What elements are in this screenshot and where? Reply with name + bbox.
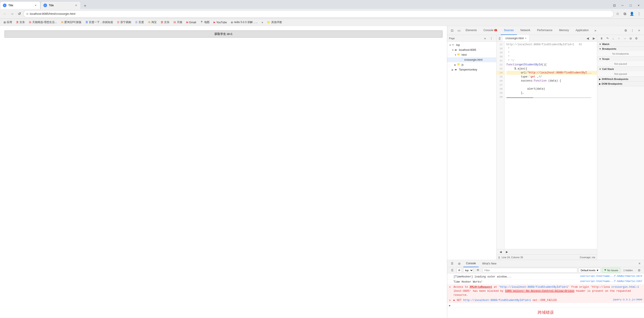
get-student-button[interactable]: 获取学生 id=1 [4, 31, 442, 38]
new-tab-button[interactable]: + [82, 3, 88, 9]
maximize-button[interactable]: □ [627, 2, 634, 9]
console-tab-whatsnew[interactable]: What's New [480, 260, 499, 267]
bookmark-tmall[interactable]: 猫 天猫精选-理想生活... [27, 20, 59, 25]
deactivate-breakpoints-button[interactable]: ⊘ [628, 36, 633, 41]
menu-button[interactable]: ⋮ [636, 11, 642, 17]
bookmark-more[interactable]: » [260, 20, 265, 25]
expand-icon-console[interactable]: ▶ [449, 304, 452, 307]
browser-tab-1[interactable]: ⊙ Title × [0, 1, 40, 9]
bookmark-taobao[interactable]: 淘 淘宝 [146, 20, 158, 25]
file-tree-menu-button[interactable]: ⋮ [488, 35, 494, 42]
format-button-sm[interactable]: {} [498, 256, 500, 259]
step-into-button[interactable]: ↓ [611, 36, 616, 41]
console-sidebar-btn[interactable]: ☰ [449, 260, 455, 267]
msg2-source-link[interactable]: userscript.html?name...f-50dbc739a71e:23… [580, 280, 642, 283]
more-tabs-button[interactable]: » [592, 27, 598, 34]
forward-button[interactable]: → [9, 11, 15, 17]
msg1-source-link[interactable]: userscript.html?name...f-50dbc739a71e:28… [580, 275, 642, 277]
step-over-button[interactable]: ↷ [605, 36, 610, 41]
msg4-link[interactable]: jquery-3.3.1.js:9600 [611, 298, 642, 301]
debug-section-callstack-header[interactable]: ▼ Call Stack [597, 67, 644, 71]
console-context-select[interactable]: top [463, 268, 474, 273]
devtools-more-button[interactable]: ⋮ [629, 27, 636, 34]
tab-close-2[interactable]: × [74, 4, 78, 7]
msg3-url-link[interactable]: http://localhost:8080/findStudentById?id… [500, 285, 568, 289]
address-bar[interactable]: ⊙ localhost:8085/html/crossorgin.html [23, 10, 614, 18]
bookmark-tianmao[interactable]: 猫 天猫 [172, 20, 184, 25]
msg4-source-link[interactable]: jquery-3.3.1.js:9600 [613, 298, 642, 301]
no-issues-badge[interactable]: ⚑ No Issues [602, 268, 620, 273]
file-tree-header: Page » ⋮ [447, 35, 496, 42]
bookmark-gmail[interactable]: M Gmail [184, 20, 198, 25]
cast-icon[interactable]: ⊡ [611, 2, 618, 9]
devtools-settings-button[interactable]: ⚙ [622, 27, 629, 34]
tab-network[interactable]: Network [517, 26, 534, 35]
tab-console[interactable]: Console 2 [480, 26, 500, 35]
editor-tab-close[interactable]: × [525, 37, 526, 40]
scroll-left-button[interactable]: ◀ [498, 249, 504, 255]
bookmark-suning[interactable]: 苏 苏宁易购 [115, 20, 133, 25]
debug-section-breakpoints-header[interactable]: ▼ Breakpoints [597, 47, 644, 51]
debug-section-xhr-header[interactable]: ▶ XHR/fetch Breakpoints [597, 77, 644, 81]
browser-tab-2[interactable]: ⊙ Title × [40, 1, 81, 9]
devtools-inspect-button[interactable]: ⊡ [449, 27, 455, 34]
devtools-responsive-button[interactable]: ▭ [456, 27, 462, 34]
bookmark-star-button[interactable]: ☆ [614, 11, 621, 17]
minimize-button[interactable]: ─ [619, 2, 626, 9]
tab-sources[interactable]: Sources [501, 26, 517, 35]
tree-item-js[interactable]: ▶ 📁 js [447, 62, 496, 67]
bookmark-jd2[interactable]: 京 京东 [159, 20, 171, 25]
msg3-crossorgin-link[interactable]: crossorgin.html:1 [612, 285, 639, 289]
bookmark-baidu[interactable]: 百 百度一下，你就知道 [84, 20, 115, 25]
msg1-link[interactable]: userscript.html?name...f-50dbc739a71e:28… [578, 275, 642, 277]
console-close-button[interactable]: × [637, 261, 642, 266]
editor-format-button[interactable]: {} [496, 35, 503, 42]
bookmark-others[interactable]: 📁 其他书签 [265, 20, 284, 25]
tab-elements[interactable]: Elements [462, 26, 480, 35]
tab-memory[interactable]: Memory [556, 26, 572, 35]
reload-button[interactable]: ↺ [16, 11, 22, 17]
tab-close-1[interactable]: × [34, 4, 38, 7]
debug-section-watch-header[interactable]: ▼ Watch [597, 42, 644, 46]
msg2-link[interactable]: userscript.html?name...f-50dbc739a71e:23… [578, 280, 642, 283]
console-sidebar-toggle[interactable]: ☰ [449, 267, 455, 273]
tree-item-tampermonkey[interactable]: ▶ ☁ Tampermonkey [447, 67, 496, 72]
console-filter-input[interactable] [482, 268, 577, 273]
profile-button[interactable]: 👤 [629, 11, 635, 17]
console-levels-button[interactable]: Default levels ▼ [579, 268, 601, 273]
tree-item-localhost[interactable]: ▼ ☁ localhost:8085 [447, 48, 496, 52]
debug-section-scope-header[interactable]: ▼ Scope [597, 57, 644, 61]
tab-performance[interactable]: Performance [534, 26, 556, 35]
bookmark-apps[interactable]: ⊞ 应用 [2, 20, 14, 25]
console-clear-btn[interactable]: ⊘ [456, 260, 462, 267]
tree-item-crossorgin[interactable]: 📄 crossorgin.html [447, 57, 496, 62]
tab-application[interactable]: Application [572, 26, 592, 35]
console-clear-btn2[interactable]: ⊘ [457, 268, 462, 273]
devtools-close-button[interactable]: × [636, 27, 642, 34]
console-settings-btn[interactable]: ⚙ [636, 267, 642, 273]
step-out-button[interactable]: ↑ [616, 36, 622, 41]
bookmark-baidu2[interactable]: 百 百度 [134, 20, 146, 25]
bookmark-youtube[interactable]: ▶ YouTube [212, 20, 228, 25]
close-button[interactable]: × [635, 2, 642, 9]
bookmark-redis[interactable]: ⊚ redis 5.0.3 讲解，... [229, 20, 259, 25]
editor-nav-right[interactable]: ▶ [591, 35, 597, 42]
editor-tab-crossorgin[interactable]: crossorgin.html × [503, 35, 530, 42]
scroll-right-button[interactable]: ▶ [504, 249, 510, 255]
bookmark-jd1[interactable]: 京 京东 [14, 20, 27, 25]
bookmark-aitaobao[interactable]: 淘 爱淘宝PC新版 [59, 20, 83, 25]
extensions-button[interactable]: ⧉ [622, 11, 628, 17]
editor-nav-left[interactable]: ◀ [584, 35, 591, 42]
msg4-url-link[interactable]: http://localhost:8080/findStudentById?id… [463, 299, 531, 302]
back-button[interactable]: ← [2, 11, 8, 17]
step-through-button[interactable]: → [622, 36, 627, 41]
debug-settings-button[interactable]: ⚙ [634, 36, 639, 41]
bookmark-map[interactable]: 📍 地图 [198, 20, 211, 25]
pause-button[interactable]: ⏸ [599, 36, 604, 41]
file-tree-more-button[interactable]: » [482, 35, 488, 42]
console-tab-console[interactable]: Console [463, 260, 478, 267]
tree-item-html[interactable]: ▼ 📁 html [447, 52, 496, 57]
tree-item-top[interactable]: ▼ ▭ top [447, 43, 496, 48]
console-eye-btn[interactable]: 👁 [475, 267, 481, 273]
debug-section-dom-header[interactable]: ▶ DOM Breakpoints [597, 82, 644, 86]
